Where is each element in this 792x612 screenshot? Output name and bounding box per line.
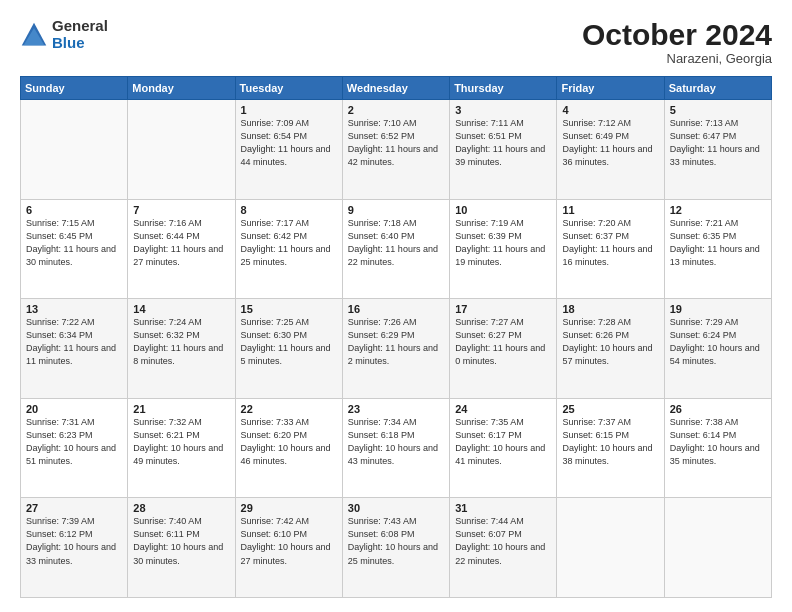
calendar-cell: 20Sunrise: 7:31 AM Sunset: 6:23 PM Dayli…: [21, 398, 128, 498]
day-number: 26: [670, 403, 766, 415]
logo-blue-text: Blue: [52, 35, 108, 52]
column-header-monday: Monday: [128, 77, 235, 100]
day-info: Sunrise: 7:18 AM Sunset: 6:40 PM Dayligh…: [348, 217, 444, 269]
day-number: 22: [241, 403, 337, 415]
day-number: 2: [348, 104, 444, 116]
day-info: Sunrise: 7:40 AM Sunset: 6:11 PM Dayligh…: [133, 515, 229, 567]
calendar-cell: 14Sunrise: 7:24 AM Sunset: 6:32 PM Dayli…: [128, 299, 235, 399]
calendar-header: SundayMondayTuesdayWednesdayThursdayFrid…: [21, 77, 772, 100]
calendar-cell: 26Sunrise: 7:38 AM Sunset: 6:14 PM Dayli…: [664, 398, 771, 498]
day-number: 3: [455, 104, 551, 116]
calendar-cell: [664, 498, 771, 598]
calendar-cell: 18Sunrise: 7:28 AM Sunset: 6:26 PM Dayli…: [557, 299, 664, 399]
day-info: Sunrise: 7:24 AM Sunset: 6:32 PM Dayligh…: [133, 316, 229, 368]
day-info: Sunrise: 7:38 AM Sunset: 6:14 PM Dayligh…: [670, 416, 766, 468]
calendar-cell: 27Sunrise: 7:39 AM Sunset: 6:12 PM Dayli…: [21, 498, 128, 598]
day-info: Sunrise: 7:17 AM Sunset: 6:42 PM Dayligh…: [241, 217, 337, 269]
day-info: Sunrise: 7:09 AM Sunset: 6:54 PM Dayligh…: [241, 117, 337, 169]
day-number: 29: [241, 502, 337, 514]
calendar-cell: 16Sunrise: 7:26 AM Sunset: 6:29 PM Dayli…: [342, 299, 449, 399]
calendar-cell: 25Sunrise: 7:37 AM Sunset: 6:15 PM Dayli…: [557, 398, 664, 498]
header-row: SundayMondayTuesdayWednesdayThursdayFrid…: [21, 77, 772, 100]
day-number: 8: [241, 204, 337, 216]
day-info: Sunrise: 7:15 AM Sunset: 6:45 PM Dayligh…: [26, 217, 122, 269]
calendar-cell: 9Sunrise: 7:18 AM Sunset: 6:40 PM Daylig…: [342, 199, 449, 299]
day-number: 12: [670, 204, 766, 216]
calendar-cell: [21, 100, 128, 200]
calendar-body: 1Sunrise: 7:09 AM Sunset: 6:54 PM Daylig…: [21, 100, 772, 598]
day-info: Sunrise: 7:10 AM Sunset: 6:52 PM Dayligh…: [348, 117, 444, 169]
calendar-cell: 28Sunrise: 7:40 AM Sunset: 6:11 PM Dayli…: [128, 498, 235, 598]
title-block: October 2024 Narazeni, Georgia: [582, 18, 772, 66]
day-info: Sunrise: 7:13 AM Sunset: 6:47 PM Dayligh…: [670, 117, 766, 169]
calendar-cell: [557, 498, 664, 598]
day-number: 15: [241, 303, 337, 315]
calendar-cell: [128, 100, 235, 200]
day-info: Sunrise: 7:26 AM Sunset: 6:29 PM Dayligh…: [348, 316, 444, 368]
calendar-week-1: 1Sunrise: 7:09 AM Sunset: 6:54 PM Daylig…: [21, 100, 772, 200]
calendar-cell: 7Sunrise: 7:16 AM Sunset: 6:44 PM Daylig…: [128, 199, 235, 299]
day-number: 11: [562, 204, 658, 216]
calendar-cell: 22Sunrise: 7:33 AM Sunset: 6:20 PM Dayli…: [235, 398, 342, 498]
day-info: Sunrise: 7:39 AM Sunset: 6:12 PM Dayligh…: [26, 515, 122, 567]
logo-text: General Blue: [52, 18, 108, 51]
column-header-tuesday: Tuesday: [235, 77, 342, 100]
day-info: Sunrise: 7:34 AM Sunset: 6:18 PM Dayligh…: [348, 416, 444, 468]
day-info: Sunrise: 7:25 AM Sunset: 6:30 PM Dayligh…: [241, 316, 337, 368]
day-number: 30: [348, 502, 444, 514]
day-number: 14: [133, 303, 229, 315]
day-number: 10: [455, 204, 551, 216]
calendar-cell: 10Sunrise: 7:19 AM Sunset: 6:39 PM Dayli…: [450, 199, 557, 299]
day-info: Sunrise: 7:33 AM Sunset: 6:20 PM Dayligh…: [241, 416, 337, 468]
day-info: Sunrise: 7:20 AM Sunset: 6:37 PM Dayligh…: [562, 217, 658, 269]
day-number: 4: [562, 104, 658, 116]
day-number: 18: [562, 303, 658, 315]
day-info: Sunrise: 7:32 AM Sunset: 6:21 PM Dayligh…: [133, 416, 229, 468]
logo-icon: [20, 21, 48, 49]
calendar-cell: 15Sunrise: 7:25 AM Sunset: 6:30 PM Dayli…: [235, 299, 342, 399]
day-info: Sunrise: 7:44 AM Sunset: 6:07 PM Dayligh…: [455, 515, 551, 567]
day-number: 6: [26, 204, 122, 216]
calendar-week-4: 20Sunrise: 7:31 AM Sunset: 6:23 PM Dayli…: [21, 398, 772, 498]
day-number: 7: [133, 204, 229, 216]
day-info: Sunrise: 7:28 AM Sunset: 6:26 PM Dayligh…: [562, 316, 658, 368]
day-number: 1: [241, 104, 337, 116]
calendar-cell: 3Sunrise: 7:11 AM Sunset: 6:51 PM Daylig…: [450, 100, 557, 200]
day-info: Sunrise: 7:37 AM Sunset: 6:15 PM Dayligh…: [562, 416, 658, 468]
day-number: 9: [348, 204, 444, 216]
calendar-week-3: 13Sunrise: 7:22 AM Sunset: 6:34 PM Dayli…: [21, 299, 772, 399]
day-number: 19: [670, 303, 766, 315]
header: General Blue October 2024 Narazeni, Geor…: [20, 18, 772, 66]
day-number: 24: [455, 403, 551, 415]
day-info: Sunrise: 7:16 AM Sunset: 6:44 PM Dayligh…: [133, 217, 229, 269]
month-title: October 2024: [582, 18, 772, 51]
day-info: Sunrise: 7:22 AM Sunset: 6:34 PM Dayligh…: [26, 316, 122, 368]
day-info: Sunrise: 7:19 AM Sunset: 6:39 PM Dayligh…: [455, 217, 551, 269]
day-info: Sunrise: 7:42 AM Sunset: 6:10 PM Dayligh…: [241, 515, 337, 567]
day-info: Sunrise: 7:12 AM Sunset: 6:49 PM Dayligh…: [562, 117, 658, 169]
day-info: Sunrise: 7:11 AM Sunset: 6:51 PM Dayligh…: [455, 117, 551, 169]
calendar-week-5: 27Sunrise: 7:39 AM Sunset: 6:12 PM Dayli…: [21, 498, 772, 598]
calendar-cell: 21Sunrise: 7:32 AM Sunset: 6:21 PM Dayli…: [128, 398, 235, 498]
day-number: 13: [26, 303, 122, 315]
day-number: 27: [26, 502, 122, 514]
calendar-cell: 5Sunrise: 7:13 AM Sunset: 6:47 PM Daylig…: [664, 100, 771, 200]
day-number: 31: [455, 502, 551, 514]
logo-general-text: General: [52, 18, 108, 35]
column-header-thursday: Thursday: [450, 77, 557, 100]
calendar-cell: 31Sunrise: 7:44 AM Sunset: 6:07 PM Dayli…: [450, 498, 557, 598]
calendar-cell: 11Sunrise: 7:20 AM Sunset: 6:37 PM Dayli…: [557, 199, 664, 299]
calendar-cell: 30Sunrise: 7:43 AM Sunset: 6:08 PM Dayli…: [342, 498, 449, 598]
day-number: 17: [455, 303, 551, 315]
day-number: 23: [348, 403, 444, 415]
day-info: Sunrise: 7:29 AM Sunset: 6:24 PM Dayligh…: [670, 316, 766, 368]
calendar-cell: 19Sunrise: 7:29 AM Sunset: 6:24 PM Dayli…: [664, 299, 771, 399]
calendar-cell: 4Sunrise: 7:12 AM Sunset: 6:49 PM Daylig…: [557, 100, 664, 200]
calendar-cell: 2Sunrise: 7:10 AM Sunset: 6:52 PM Daylig…: [342, 100, 449, 200]
calendar-cell: 13Sunrise: 7:22 AM Sunset: 6:34 PM Dayli…: [21, 299, 128, 399]
calendar-cell: 8Sunrise: 7:17 AM Sunset: 6:42 PM Daylig…: [235, 199, 342, 299]
calendar-table: SundayMondayTuesdayWednesdayThursdayFrid…: [20, 76, 772, 598]
calendar-cell: 29Sunrise: 7:42 AM Sunset: 6:10 PM Dayli…: [235, 498, 342, 598]
day-info: Sunrise: 7:27 AM Sunset: 6:27 PM Dayligh…: [455, 316, 551, 368]
calendar-cell: 12Sunrise: 7:21 AM Sunset: 6:35 PM Dayli…: [664, 199, 771, 299]
